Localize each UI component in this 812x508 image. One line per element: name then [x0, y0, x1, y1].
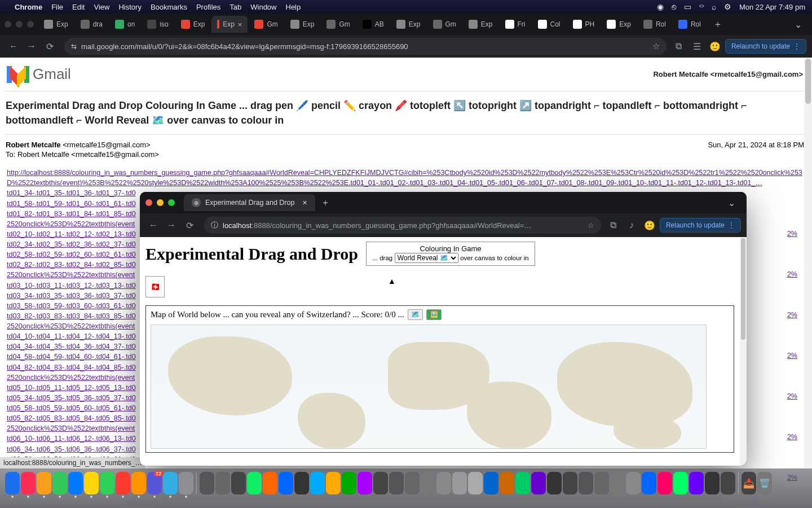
screen-record-icon[interactable]: ◉: [657, 2, 664, 11]
active-app-name[interactable]: Chrome: [15, 3, 42, 11]
browser-tab[interactable]: Exp×: [211, 16, 248, 33]
back-button[interactable]: ←: [6, 38, 21, 54]
browser-tab[interactable]: Exp: [38, 16, 74, 33]
browser-tab[interactable]: Rol: [673, 16, 707, 33]
menu-edit[interactable]: Edit: [72, 3, 85, 11]
omnibox[interactable]: ⇆ mail.google.com/mail/u/0/?ui=2&ik=08fc…: [64, 38, 667, 55]
dock-app-icon[interactable]: [215, 472, 230, 494]
bluetooth-icon[interactable]: ⎋: [672, 2, 676, 11]
new-tab-button[interactable]: ＋: [315, 197, 336, 209]
browser-tab[interactable]: Gm: [321, 16, 355, 33]
browser-tab[interactable]: on: [109, 16, 140, 33]
dock-app-icon[interactable]: [389, 472, 404, 494]
dock-app-icon[interactable]: [231, 472, 246, 494]
spotlight-icon[interactable]: ⌕: [712, 2, 716, 11]
dock-app-icon[interactable]: [310, 472, 325, 494]
dock-app-icon[interactable]: [642, 472, 656, 494]
relaunch-button[interactable]: Relaunch to update⋮: [660, 218, 741, 233]
browser-tab[interactable]: Exp: [463, 16, 498, 33]
dock-app-icon[interactable]: [163, 472, 178, 494]
dock-app-icon[interactable]: [294, 472, 309, 494]
drag-tool-flag[interactable]: 🇨🇭: [145, 276, 165, 297]
dock-app-icon[interactable]: [52, 472, 67, 494]
tab-overflow-button[interactable]: ⌄: [789, 19, 807, 30]
new-tab-button[interactable]: ＋: [708, 19, 728, 30]
dock-app-icon[interactable]: [179, 472, 193, 494]
dock-app-icon[interactable]: [326, 472, 341, 494]
forward-button[interactable]: →: [164, 217, 179, 233]
dock-app-icon[interactable]: [200, 472, 214, 494]
browser-tab[interactable]: Exp: [285, 16, 320, 33]
world-map-canvas[interactable]: [151, 325, 707, 449]
browser-tab[interactable]: ⊕ Experimental Drag and Drop ×: [184, 194, 315, 211]
profile-avatar[interactable]: 🙂: [642, 217, 657, 233]
dock-app-icon[interactable]: [100, 472, 114, 494]
dock-app-icon[interactable]: [484, 472, 498, 494]
bookmark-star-icon[interactable]: ☆: [588, 221, 594, 230]
control-center-icon[interactable]: ⚙: [724, 2, 731, 11]
omnibox[interactable]: ⓘ localhost:8888/colouring_in_was_number…: [204, 217, 601, 234]
menu-bookmarks[interactable]: Bookmarks: [151, 3, 187, 11]
image-button[interactable]: 🖼️: [426, 309, 442, 320]
dock-app-icon[interactable]: [5, 472, 20, 494]
site-info-icon[interactable]: ⇆: [71, 42, 77, 50]
browser-tab[interactable]: PH: [567, 16, 601, 33]
dock-app-icon[interactable]: [468, 472, 483, 494]
dock-app-icon[interactable]: [610, 472, 625, 494]
dock-app-icon[interactable]: [116, 472, 130, 494]
window-close[interactable]: [145, 199, 152, 206]
menu-history[interactable]: History: [118, 3, 141, 11]
dock-app-icon[interactable]: [721, 472, 735, 494]
wifi-icon[interactable]: ⌔: [699, 2, 704, 11]
dock-app-icon[interactable]: [531, 472, 546, 494]
dock-app-icon[interactable]: [657, 472, 672, 494]
media-control-icon[interactable]: ♪: [624, 217, 639, 233]
menu-tab[interactable]: Tab: [230, 3, 241, 11]
dock-app-icon[interactable]: [358, 472, 372, 494]
dock-app-icon[interactable]: [452, 472, 467, 494]
downloads-stack[interactable]: 📥: [742, 472, 756, 494]
tab-close-icon[interactable]: ×: [302, 198, 307, 207]
browser-tab[interactable]: Fri: [500, 16, 531, 33]
browser-tab[interactable]: Exp: [391, 16, 426, 33]
scrollbar[interactable]: [804, 58, 812, 468]
dock-app-icon[interactable]: [21, 472, 36, 494]
dock-app-icon[interactable]: 22: [147, 472, 162, 494]
forward-button[interactable]: →: [24, 38, 39, 54]
dock-app-icon[interactable]: [563, 472, 577, 494]
window-zoom[interactable]: [168, 199, 175, 206]
battery-icon[interactable]: ▭: [684, 2, 691, 11]
browser-tab[interactable]: iso: [142, 16, 174, 33]
menu-help[interactable]: Help: [286, 3, 301, 11]
menubar-clock[interactable]: Mon 22 Apr 7:49 pm: [739, 3, 805, 11]
dock-app-icon[interactable]: [515, 472, 530, 494]
scrollbar[interactable]: [740, 237, 747, 466]
back-button[interactable]: ←: [145, 217, 161, 233]
dock-app-icon[interactable]: [342, 472, 356, 494]
browser-tab[interactable]: Rol: [638, 16, 672, 33]
dock-app-icon[interactable]: [131, 472, 146, 494]
dock-app-icon[interactable]: [689, 472, 704, 494]
map-button[interactable]: 🗺️: [408, 309, 423, 320]
window-zoom[interactable]: [27, 21, 34, 28]
browser-tab[interactable]: Gm: [427, 16, 462, 33]
dock-app-icon[interactable]: [405, 472, 420, 494]
window-minimize[interactable]: [16, 21, 23, 28]
dock-app-icon[interactable]: [279, 472, 293, 494]
relaunch-button[interactable]: Relaunch to update⋮: [725, 39, 806, 54]
browser-tab[interactable]: dra: [75, 16, 108, 33]
dock-app-icon[interactable]: [247, 472, 262, 494]
bookmark-star-icon[interactable]: ☆: [652, 41, 660, 51]
tab-overflow-button[interactable]: ⌄: [722, 198, 741, 208]
extensions-icon[interactable]: ⧉: [671, 38, 687, 54]
window-close[interactable]: [5, 21, 11, 28]
dock-app-icon[interactable]: [626, 472, 641, 494]
reload-button[interactable]: ⟳: [182, 217, 197, 233]
profile-avatar[interactable]: 🙂: [707, 38, 723, 54]
dock-app-icon[interactable]: [263, 472, 277, 494]
dock-app-icon[interactable]: [547, 472, 562, 494]
window-minimize[interactable]: [157, 199, 164, 206]
dock-app-icon[interactable]: [37, 472, 51, 494]
menu-profiles[interactable]: Profiles: [196, 3, 220, 11]
tool-select[interactable]: World Reveal 🗺️: [395, 253, 458, 263]
